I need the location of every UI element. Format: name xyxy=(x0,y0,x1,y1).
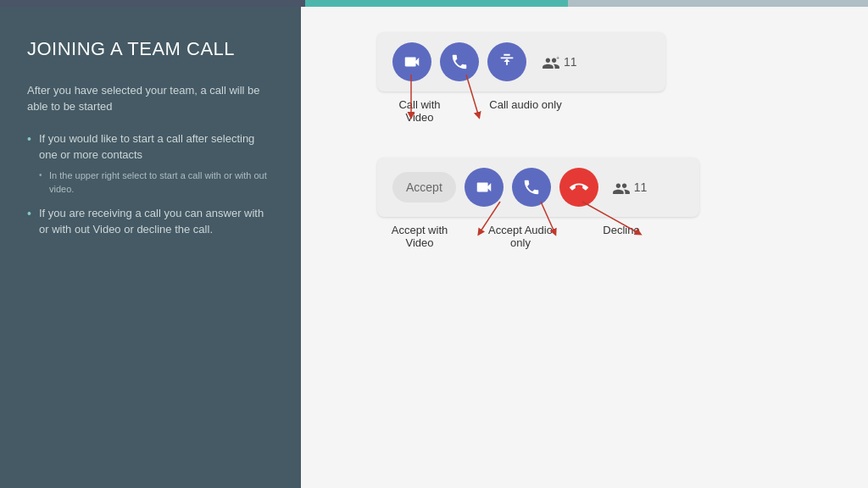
annotation-accept-audio: Accept Audio only xyxy=(482,224,559,249)
sidebar: JOINING A TEAM CALL After you have selec… xyxy=(0,7,301,488)
top-call-section: + 11 Call with Vid xyxy=(335,32,834,124)
member-count-top: 11 xyxy=(564,55,577,69)
top-call-bar: + 11 xyxy=(377,32,665,92)
audio-call-button[interactable] xyxy=(440,42,479,81)
content-area: + 11 Call with Vid xyxy=(301,7,868,488)
accept-label: Accept xyxy=(392,172,456,202)
sidebar-bullet-1: If you would like to start a call after … xyxy=(27,130,274,197)
accept-video-button[interactable] xyxy=(465,168,504,207)
accept-audio-button[interactable] xyxy=(512,168,551,207)
sidebar-subbullet-1-1: In the upper right select to start a cal… xyxy=(39,169,274,197)
video-call-button[interactable] xyxy=(392,42,431,81)
sidebar-subbullets-1: In the upper right select to start a cal… xyxy=(39,169,274,197)
annotation-decline: Decline xyxy=(596,224,647,236)
decline-button[interactable] xyxy=(559,168,598,207)
add-members-bottom: 11 xyxy=(612,180,648,195)
svg-text:+: + xyxy=(556,55,559,61)
top-bar-dark xyxy=(0,0,305,7)
sidebar-bullet-2: If you are receiving a call you can answ… xyxy=(27,205,274,238)
member-count-bottom: 11 xyxy=(634,180,648,194)
bottom-call-bar: Accept xyxy=(377,158,699,217)
add-members-top: + 11 xyxy=(542,54,577,69)
sidebar-title: JOINING A TEAM CALL xyxy=(27,37,274,62)
sidebar-bullets: If you would like to start a call after … xyxy=(27,130,274,238)
sidebar-description: After you have selected your team, a cal… xyxy=(27,82,274,115)
annotation-call-audio: Call audio only xyxy=(487,98,564,124)
top-bar-teal xyxy=(305,0,568,7)
top-bar-gray xyxy=(568,0,868,7)
annotation-call-video: Call with Video xyxy=(386,98,453,124)
screen-share-button[interactable] xyxy=(487,42,526,81)
annotation-accept-video: Accept with Video xyxy=(386,224,453,249)
bottom-call-section: Accept xyxy=(335,158,834,249)
